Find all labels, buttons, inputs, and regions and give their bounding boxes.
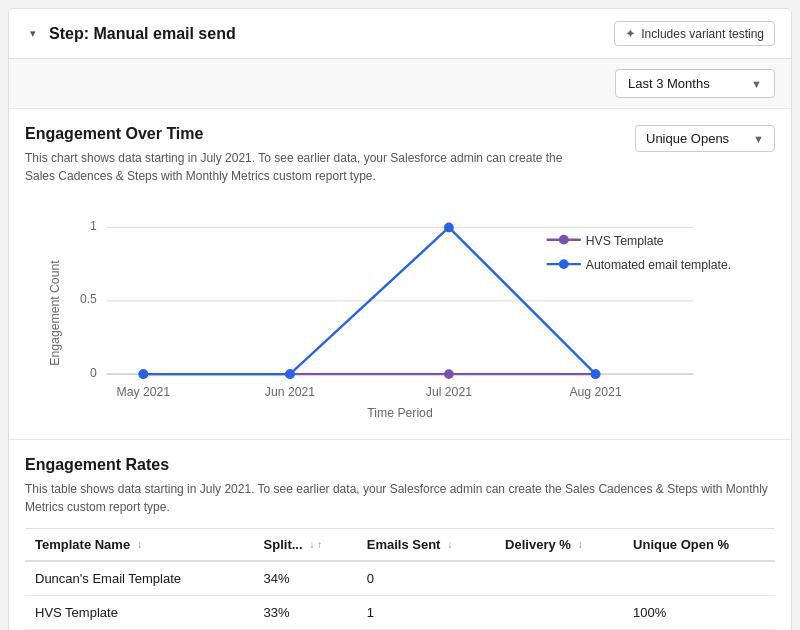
- table-row: HVS Template 33% 1 100%: [25, 596, 775, 630]
- variant-badge-label: Includes variant testing: [641, 27, 764, 41]
- dropdown-arrow-icon: ▼: [751, 78, 762, 90]
- col-unique-open-pct: Unique Open %: [623, 529, 775, 562]
- col-template-name[interactable]: Template Name ↓: [25, 529, 254, 562]
- engagement-rates-table: Template Name ↓ Split... ↓ ↑: [25, 528, 775, 630]
- card-header-left: ▾ Step: Manual email send: [25, 25, 236, 43]
- main-card: ▾ Step: Manual email send ✦ Includes var…: [8, 8, 792, 630]
- col-template-name-label: Template Name: [35, 537, 130, 552]
- svg-text:1: 1: [90, 219, 97, 233]
- engagement-rates-title: Engagement Rates: [25, 456, 775, 474]
- col-emails-sent-label: Emails Sent: [367, 537, 441, 552]
- svg-point-19: [444, 223, 454, 233]
- svg-text:0: 0: [90, 366, 97, 380]
- variant-icon: ✦: [625, 26, 636, 41]
- table-header-row: Template Name ↓ Split... ↓ ↑: [25, 529, 775, 562]
- chart-description: This chart shows data starting in July 2…: [25, 149, 565, 185]
- svg-text:Jul 2021: Jul 2021: [426, 385, 472, 399]
- engagement-chart: Engagement Count 1 0.5 0 May 2021 Jun 20…: [25, 203, 775, 423]
- svg-point-18: [285, 369, 295, 379]
- cell-delivery-pct-1: [495, 596, 623, 630]
- cell-template-name-1: HVS Template: [25, 596, 254, 630]
- svg-point-22: [559, 235, 569, 245]
- col-emails-sent[interactable]: Emails Sent ↓: [357, 529, 495, 562]
- card-header: ▾ Step: Manual email send ✦ Includes var…: [9, 9, 791, 59]
- chart-title-area: Engagement Over Time This chart shows da…: [25, 125, 565, 197]
- svg-text:Aug 2021: Aug 2021: [569, 385, 622, 399]
- svg-text:Automated email template.: Automated email template.: [586, 258, 731, 272]
- cell-delivery-pct-0: [495, 561, 623, 596]
- col-delivery-pct[interactable]: Delivery % ↓: [495, 529, 623, 562]
- cell-split-0: 34%: [254, 561, 357, 596]
- svg-text:Jun 2021: Jun 2021: [265, 385, 315, 399]
- cell-template-name-0: Duncan's Email Template: [25, 561, 254, 596]
- col-split-label: Split...: [264, 537, 303, 552]
- engagement-rates-section: Engagement Rates This table shows data s…: [9, 440, 791, 630]
- col-delivery-pct-label: Delivery %: [505, 537, 571, 552]
- svg-text:0.5: 0.5: [80, 292, 97, 306]
- col-template-sort-icon: ↓: [137, 539, 142, 550]
- svg-text:HVS Template: HVS Template: [586, 234, 664, 248]
- col-unique-open-label: Unique Open %: [633, 537, 729, 552]
- col-split[interactable]: Split... ↓ ↑: [254, 529, 357, 562]
- engagement-chart-section: Engagement Over Time This chart shows da…: [9, 109, 791, 440]
- metric-dropdown-label: Unique Opens: [646, 131, 729, 146]
- date-range-label: Last 3 Months: [628, 76, 710, 91]
- svg-point-25: [559, 259, 569, 269]
- svg-point-15: [444, 369, 454, 379]
- engagement-rates-description: This table shows data starting in July 2…: [25, 480, 775, 516]
- svg-text:Time Period: Time Period: [367, 406, 433, 420]
- chart-title: Engagement Over Time: [25, 125, 565, 143]
- col-delivery-sort-icon: ↓: [578, 539, 583, 550]
- filter-bar: Last 3 Months ▼: [9, 59, 791, 109]
- cell-emails-sent-1: 1: [357, 596, 495, 630]
- date-range-dropdown[interactable]: Last 3 Months ▼: [615, 69, 775, 98]
- col-split-sort-icon: ↓ ↑: [310, 539, 323, 550]
- chart-header: Engagement Over Time This chart shows da…: [25, 125, 775, 197]
- page-wrapper: ▾ Step: Manual email send ✦ Includes var…: [0, 0, 800, 630]
- cell-unique-open-pct-0: [623, 561, 775, 596]
- col-emails-sort-icon: ↓: [447, 539, 452, 550]
- cell-unique-open-pct-1: 100%: [623, 596, 775, 630]
- table-body: Duncan's Email Template 34% 0 HVS Templa…: [25, 561, 775, 630]
- svg-point-17: [138, 369, 148, 379]
- svg-point-20: [591, 369, 601, 379]
- step-title: Step: Manual email send: [49, 25, 236, 43]
- metric-dropdown[interactable]: Unique Opens ▼: [635, 125, 775, 152]
- cell-split-1: 33%: [254, 596, 357, 630]
- svg-text:May 2021: May 2021: [116, 385, 170, 399]
- table-row: Duncan's Email Template 34% 0: [25, 561, 775, 596]
- variant-badge[interactable]: ✦ Includes variant testing: [614, 21, 775, 46]
- cell-emails-sent-0: 0: [357, 561, 495, 596]
- metric-dropdown-arrow-icon: ▼: [753, 133, 764, 145]
- svg-text:Engagement Count: Engagement Count: [48, 260, 62, 366]
- chart-svg: Engagement Count 1 0.5 0 May 2021 Jun 20…: [25, 203, 775, 423]
- collapse-icon[interactable]: ▾: [25, 26, 41, 42]
